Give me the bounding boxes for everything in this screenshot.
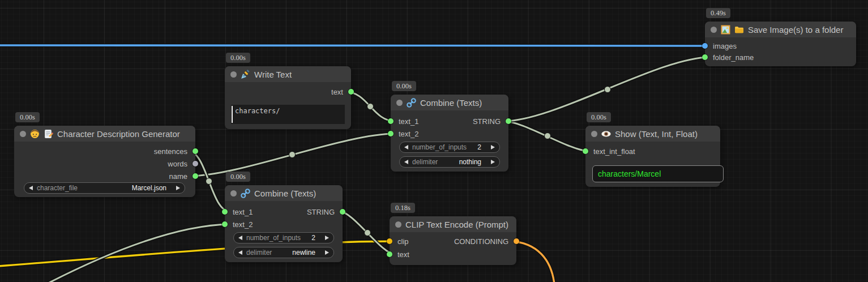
- node-title: Combine (Texts): [420, 98, 482, 108]
- prev-arrow-icon[interactable]: [238, 250, 242, 255]
- display-text-box[interactable]: characters/Marcel: [592, 165, 724, 182]
- wire-images: [0, 45, 710, 46]
- eye-icon: [601, 129, 611, 139]
- widget-delimiter[interactable]: delimiter newline: [233, 247, 334, 258]
- link-midpoint-dot[interactable]: [545, 133, 551, 139]
- input-slot-text-1: text_1: [225, 206, 253, 217]
- node-combine-texts-top[interactable]: 0.00s Combine (Texts) text_1 text_2 STRI…: [391, 95, 508, 172]
- node-title: Write Text: [254, 70, 292, 79]
- node-header[interactable]: Write Text: [225, 66, 351, 82]
- output-dot[interactable]: [340, 209, 345, 215]
- input-slot-text-2: text_2: [391, 128, 418, 139]
- decrement-arrow-icon[interactable]: [404, 145, 408, 149]
- widget-label: number_of_inputs: [246, 234, 301, 242]
- increment-arrow-icon[interactable]: [325, 236, 329, 240]
- widget-character-file[interactable]: character_file Marcel.json: [24, 182, 185, 194]
- node-graph-canvas[interactable]: 0.00s Write Text text characters/ 0.00s: [0, 0, 868, 282]
- widget-number-of-inputs[interactable]: number_of_inputs 2: [399, 142, 500, 153]
- widget-value: nothing: [459, 158, 481, 166]
- text-caret: [232, 106, 233, 123]
- input-slot-clip: clip: [390, 236, 409, 247]
- input-dot[interactable]: [387, 251, 392, 257]
- input-dot[interactable]: [222, 209, 228, 215]
- output-dot[interactable]: [193, 173, 198, 179]
- link-midpoint-dot[interactable]: [365, 230, 371, 236]
- output-dot[interactable]: [348, 89, 354, 95]
- node-show-text-int-float[interactable]: 0.00s Show (Text, Int, Float) text_int_f…: [585, 126, 720, 187]
- output-dot[interactable]: [193, 148, 198, 154]
- folder-icon: [734, 25, 744, 35]
- node-title: Show (Text, Int, Float): [615, 129, 698, 139]
- input-dot[interactable]: [388, 131, 394, 136]
- link-midpoint-dot[interactable]: [367, 104, 374, 110]
- node-character-description-generator[interactable]: 0.00s Character Description Generator se…: [14, 126, 195, 197]
- widget-label: number_of_inputs: [412, 143, 467, 151]
- link-midpoint-dot[interactable]: [605, 87, 611, 93]
- output-slot-conditioning: CONDITIONING: [454, 236, 516, 247]
- link-midpoint-dot[interactable]: [206, 178, 212, 185]
- execution-time-badge: 0.18s: [391, 203, 415, 213]
- node-save-images-to-folder[interactable]: 0.49s Save Image(s) to a folder images f…: [705, 22, 856, 66]
- increment-arrow-icon[interactable]: [491, 145, 495, 149]
- input-dot[interactable]: [222, 221, 228, 227]
- widget-value: 2: [477, 143, 481, 151]
- slot-label: CONDITIONING: [454, 237, 508, 246]
- node-header[interactable]: CLIP Text Encode (Prompt): [390, 216, 516, 232]
- link-midpoint-dot[interactable]: [289, 152, 296, 158]
- slot-label: text: [331, 88, 343, 96]
- output-dot[interactable]: [193, 161, 198, 166]
- output-slot-string: STRING: [473, 116, 508, 127]
- collapse-dot[interactable]: [20, 131, 26, 137]
- output-dot[interactable]: [506, 118, 511, 124]
- input-dot[interactable]: [702, 43, 708, 49]
- prev-arrow-icon[interactable]: [404, 160, 408, 164]
- input-dot[interactable]: [583, 148, 588, 154]
- memo-icon: [44, 129, 53, 139]
- node-combine-texts-bottom[interactable]: 0.00s Combine (Texts) text_1 text_2 STRI…: [225, 185, 343, 262]
- collapse-dot[interactable]: [711, 27, 717, 33]
- node-header[interactable]: Combine (Texts): [391, 95, 508, 110]
- collapse-dot[interactable]: [591, 131, 597, 137]
- input-dot[interactable]: [387, 238, 392, 244]
- widget-label: delimiter: [412, 158, 438, 166]
- wire-bottomleft-to-combine2-text2: [35, 224, 229, 282]
- slot-label: images: [713, 42, 737, 50]
- node-header[interactable]: Save Image(s) to a folder: [705, 22, 856, 37]
- input-slot-text-int-float: text_int_float: [585, 146, 635, 157]
- widget-number-of-inputs[interactable]: number_of_inputs 2: [233, 232, 334, 243]
- output-dot[interactable]: [514, 238, 519, 244]
- collapse-dot[interactable]: [396, 100, 403, 106]
- collapse-dot[interactable]: [230, 190, 237, 196]
- slot-label: text_1: [233, 208, 253, 216]
- collapse-dot[interactable]: [395, 221, 401, 228]
- node-header[interactable]: Character Description Generator: [14, 126, 195, 142]
- next-arrow-icon[interactable]: [325, 250, 329, 255]
- node-header[interactable]: Show (Text, Int, Float): [585, 126, 720, 142]
- output-slot-sentences: sentences: [154, 146, 195, 157]
- execution-time-badge: 0.49s: [706, 8, 730, 18]
- input-dot[interactable]: [702, 54, 708, 60]
- widget-delimiter[interactable]: delimiter nothing: [399, 156, 500, 168]
- image-icon: [721, 25, 730, 35]
- node-clip-text-encode[interactable]: 0.18s CLIP Text Encode (Prompt) clip tex…: [390, 216, 516, 265]
- slot-label: clip: [397, 237, 409, 246]
- input-slot-text: text: [390, 249, 409, 260]
- text-input[interactable]: characters/: [231, 105, 345, 124]
- node-header[interactable]: Combine (Texts): [225, 185, 343, 201]
- next-arrow-icon[interactable]: [491, 160, 495, 164]
- slot-label: name: [169, 172, 187, 181]
- input-dot[interactable]: [388, 118, 394, 124]
- execution-time-badge: 0.00s: [15, 112, 40, 122]
- widget-label: delimiter: [246, 249, 272, 257]
- wire-conditioning: [510, 241, 555, 282]
- next-arrow-icon[interactable]: [176, 186, 180, 190]
- link-icon: [407, 98, 416, 108]
- output-slot-name: name: [169, 170, 195, 182]
- slot-label: text_2: [233, 220, 253, 229]
- node-write-text[interactable]: 0.00s Write Text text characters/: [225, 66, 351, 129]
- person-icon: [30, 129, 40, 139]
- collapse-dot[interactable]: [230, 71, 237, 78]
- decrement-arrow-icon[interactable]: [238, 236, 242, 240]
- slot-label: STRING: [307, 208, 335, 216]
- prev-arrow-icon[interactable]: [29, 186, 33, 190]
